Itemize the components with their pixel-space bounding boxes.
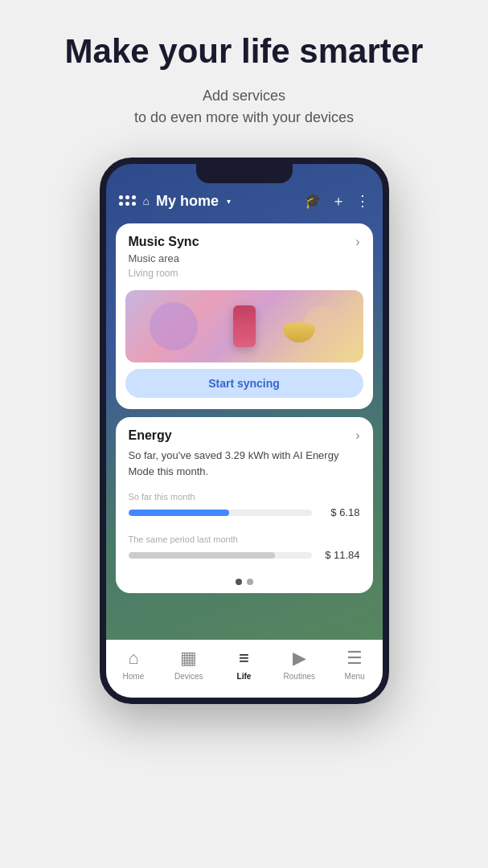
music-sublocation: Living room: [116, 268, 373, 284]
energy-bar1-fill: [129, 510, 229, 516]
energy-card-title: Energy: [129, 428, 172, 443]
nav-routines-icon: ▶: [293, 648, 306, 669]
hero-title: Make your life smarter: [65, 32, 424, 71]
energy-stat-previous: The same period last month $ 11.84: [116, 531, 373, 566]
nav-devices-icon: ▦: [180, 648, 197, 669]
page-dot-2: [247, 579, 253, 585]
nav-item-menu[interactable]: ☰ Menu: [327, 648, 383, 681]
energy-stat1-label: So far this month: [129, 492, 360, 502]
page-dots: [116, 575, 373, 593]
music-phone-device: [233, 305, 256, 347]
add-icon[interactable]: ＋: [331, 191, 346, 211]
start-syncing-button[interactable]: Start syncing: [125, 369, 363, 398]
music-orb-left: [150, 302, 198, 350]
nav-menu-label: Menu: [345, 672, 365, 681]
energy-bar2-container: [129, 552, 312, 559]
dropdown-arrow-icon[interactable]: ▾: [227, 197, 231, 206]
hero-subtitle: Add services to do even more with your d…: [134, 85, 354, 129]
energy-description: So far, you've saved 3.29 kWh with AI En…: [116, 446, 373, 489]
music-location: Music area: [116, 252, 373, 268]
home-icon: [119, 195, 137, 207]
energy-bar2-fill: [129, 552, 275, 559]
nav-routines-label: Routines: [284, 672, 315, 681]
energy-stat1-row: $ 6.18: [129, 506, 360, 518]
energy-stat2-value: $ 11.84: [320, 549, 360, 561]
app-header: ⌂ My home ▾ 🎓 ＋ ⋮: [106, 183, 383, 217]
header-left[interactable]: ⌂ My home ▾: [119, 193, 231, 210]
nav-home-icon: ⌂: [128, 648, 138, 669]
bottom-nav: ⌂ Home ▦ Devices ≡ Life ▶ Routines ☰ Men…: [106, 640, 383, 698]
nav-menu-icon: ☰: [347, 648, 363, 669]
energy-bar1-container: [129, 510, 312, 516]
music-chevron-icon[interactable]: ›: [355, 235, 359, 249]
nav-item-routines[interactable]: ▶ Routines: [272, 648, 327, 681]
services-icon[interactable]: 🎓: [304, 192, 322, 210]
nav-life-label: Life: [237, 672, 252, 681]
music-card-header: Music Sync ›: [116, 223, 373, 252]
energy-stat2-label: The same period last month: [129, 534, 360, 544]
header-right-icons: 🎓 ＋ ⋮: [304, 191, 370, 211]
music-visual: [125, 290, 363, 362]
energy-stat1-value: $ 6.18: [320, 506, 360, 518]
app-content: Music Sync › Music area Living room Star…: [106, 217, 383, 600]
home-nav-icon: ⌂: [143, 194, 150, 207]
music-card-title: Music Sync: [129, 235, 199, 249]
nav-item-devices[interactable]: ▦ Devices: [161, 648, 216, 681]
energy-stat2-row: $ 11.84: [129, 549, 360, 561]
nav-home-label: Home: [123, 672, 145, 681]
energy-card-header: Energy ›: [116, 417, 373, 446]
nav-item-home[interactable]: ⌂ Home: [106, 648, 162, 681]
page-dot-1: [236, 579, 242, 585]
music-sync-card: Music Sync › Music area Living room Star…: [116, 223, 373, 409]
nav-devices-label: Devices: [174, 672, 203, 681]
phone-mockup: ⌂ My home ▾ 🎓 ＋ ⋮ Music Sync › Music are…: [100, 158, 389, 704]
more-options-icon[interactable]: ⋮: [355, 192, 370, 210]
nav-item-life[interactable]: ≡ Life: [216, 648, 272, 681]
energy-card: Energy › So far, you've saved 3.29 kWh w…: [116, 417, 373, 593]
energy-stat-current: So far this month $ 6.18: [116, 489, 373, 523]
phone-notch: [196, 164, 293, 183]
home-label[interactable]: My home: [156, 193, 219, 210]
energy-chevron-icon[interactable]: ›: [355, 428, 359, 443]
nav-life-icon: ≡: [239, 648, 249, 669]
music-bowl-device: [283, 322, 315, 342]
